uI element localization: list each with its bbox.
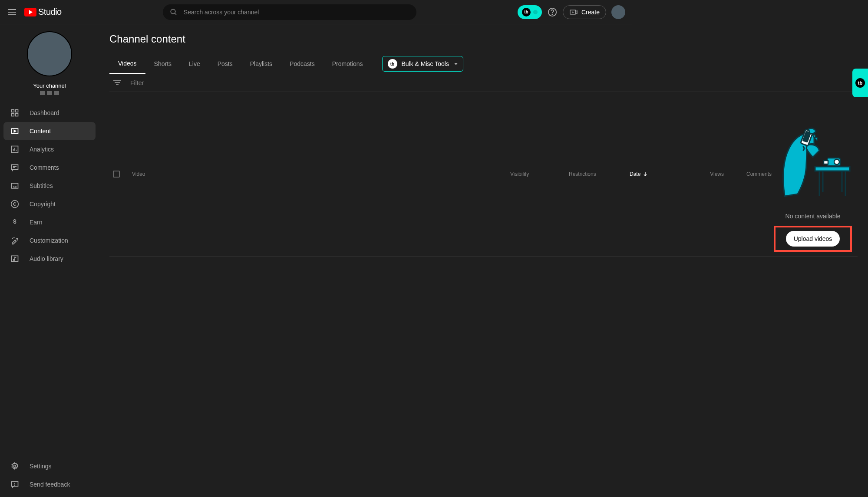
svg-rect-7	[12, 110, 14, 112]
tab-shorts[interactable]: Shorts	[145, 54, 180, 73]
logo[interactable]: Studio	[24, 7, 62, 17]
analytics-icon	[10, 145, 19, 154]
menu-button[interactable]	[7, 7, 17, 17]
svg-point-3	[552, 14, 552, 14]
svg-rect-10	[16, 114, 18, 116]
channel-label: Your channel	[33, 82, 66, 89]
tab-podcasts[interactable]: Podcasts	[281, 54, 323, 73]
tab-playlists[interactable]: Playlists	[241, 54, 281, 73]
header-actions: tb Create	[518, 5, 625, 19]
copyright-icon	[10, 200, 19, 208]
svg-rect-9	[12, 114, 14, 116]
svg-line-1	[175, 13, 176, 15]
bulk-label: Bulk & Misc Tools	[402, 60, 449, 67]
chevron-down-icon	[454, 63, 458, 65]
sidebar-item-label: Customization	[30, 237, 68, 244]
sidebar-item-comments[interactable]: Comments	[0, 158, 99, 177]
tab-posts[interactable]: Posts	[209, 54, 241, 73]
account-avatar[interactable]	[611, 5, 625, 19]
svg-rect-8	[16, 110, 18, 112]
svg-point-28	[14, 237, 14, 238]
search-box[interactable]	[163, 4, 416, 20]
create-button[interactable]: Create	[563, 5, 606, 19]
column-visibility[interactable]: Visibility	[510, 171, 569, 177]
help-button[interactable]	[547, 7, 558, 17]
earn-icon	[10, 218, 19, 227]
comments-icon	[10, 163, 19, 172]
sidebar-item-dashboard[interactable]: Dashboard	[0, 104, 99, 122]
sidebar-item-label: Copyright	[30, 201, 56, 207]
sidebar-item-audio-library[interactable]: Audio library	[0, 250, 99, 268]
status-dot	[533, 10, 538, 14]
tubebuddy-icon: tb	[388, 59, 397, 69]
column-date[interactable]: Date	[630, 171, 632, 177]
subtitles-icon	[10, 181, 19, 190]
search-input[interactable]	[184, 9, 409, 16]
tab-live[interactable]: Live	[180, 54, 209, 73]
youtube-icon	[24, 8, 36, 16]
sidebar-item-customization[interactable]: Customization	[0, 231, 99, 250]
table-header: Video Visibility Restrictions Date Views…	[109, 92, 632, 257]
svg-rect-16	[12, 165, 18, 169]
content-tabs: Videos Shorts Live Posts Playlists Podca…	[109, 54, 632, 74]
audio-library-icon	[10, 254, 19, 263]
sidebar-item-copyright[interactable]: Copyright	[0, 195, 99, 213]
sidebar-item-content[interactable]: Content	[3, 122, 96, 140]
main-content: Channel content Videos Shorts Live Posts…	[99, 24, 632, 362]
content-icon	[10, 127, 19, 135]
sidebar-item-analytics[interactable]: Analytics	[0, 140, 99, 158]
nav: Dashboard Content Analytics Comments Sub…	[0, 104, 99, 362]
select-all-checkbox[interactable]	[113, 171, 120, 178]
tab-videos[interactable]: Videos	[109, 54, 145, 74]
column-restrictions[interactable]: Restrictions	[569, 171, 630, 177]
create-icon	[569, 9, 578, 16]
filter-icon[interactable]	[113, 80, 122, 86]
sidebar-item-label: Earn	[30, 219, 43, 226]
sidebar: Your channel Dashboard Content Analytics…	[0, 24, 99, 362]
tab-promotions[interactable]: Promotions	[323, 54, 372, 73]
tubebuddy-icon: tb	[522, 8, 531, 16]
page-title: Channel content	[109, 33, 632, 45]
channel-avatar[interactable]	[27, 31, 72, 76]
sidebar-item-label: Audio library	[30, 255, 63, 262]
svg-point-0	[171, 9, 175, 14]
filter-input[interactable]	[130, 79, 632, 86]
sidebar-item-earn[interactable]: Earn	[0, 213, 99, 231]
help-icon	[548, 7, 557, 17]
sidebar-item-label: Content	[30, 128, 51, 135]
logo-text: Studio	[38, 7, 62, 17]
header: Studio tb Create	[0, 0, 632, 24]
bulk-tools-button[interactable]: tb Bulk & Misc Tools	[382, 56, 463, 72]
search-container	[62, 4, 518, 20]
filter-row	[109, 74, 632, 92]
sidebar-item-label: Analytics	[30, 146, 54, 153]
column-video[interactable]: Video	[132, 171, 510, 177]
svg-point-24	[11, 201, 19, 208]
customization-icon	[10, 236, 19, 245]
sidebar-item-label: Dashboard	[30, 109, 59, 116]
sidebar-item-subtitles[interactable]: Subtitles	[0, 177, 99, 195]
channel-name	[40, 91, 59, 95]
channel-info: Your channel	[0, 24, 99, 104]
tubebuddy-badge[interactable]: tb	[518, 5, 542, 19]
search-icon	[170, 8, 178, 16]
svg-point-27	[13, 238, 13, 239]
sidebar-item-label: Comments	[30, 164, 59, 171]
dashboard-icon	[10, 109, 19, 117]
sidebar-item-label: Subtitles	[30, 182, 53, 189]
create-label: Create	[581, 9, 600, 16]
